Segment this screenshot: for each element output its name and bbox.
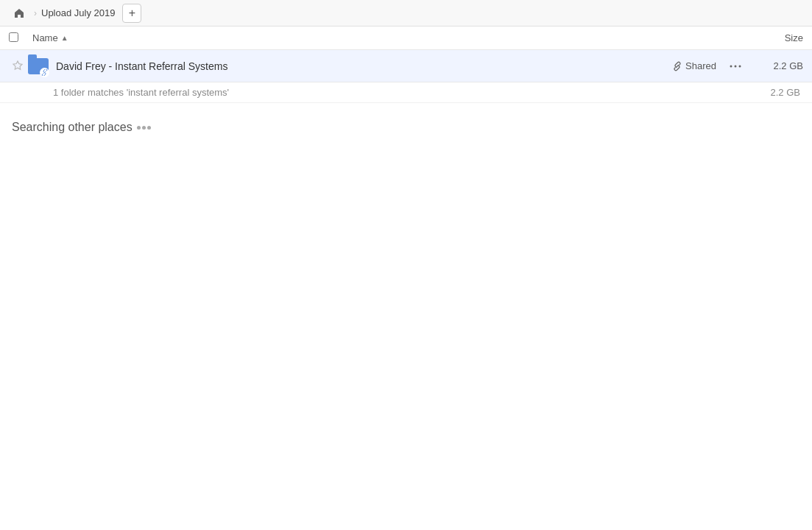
more-icon	[730, 65, 741, 68]
shared-label-text: Shared	[685, 60, 716, 71]
select-all-checkbox[interactable]	[9, 32, 27, 44]
svg-point-1	[735, 65, 737, 67]
column-header: Name ▲ Size	[0, 26, 812, 50]
match-info-row: 1 folder matches 'instant referral syste…	[0, 82, 812, 103]
svg-point-0	[730, 65, 732, 67]
file-name: David Frey - Instant Referral Systems	[56, 60, 672, 72]
dot-2	[142, 126, 146, 130]
sort-indicator: ▲	[61, 34, 68, 42]
home-icon	[13, 7, 25, 19]
file-size: 2.2 GB	[752, 60, 803, 71]
add-button[interactable]: +	[122, 4, 141, 23]
breadcrumb-bar: › Upload July 2019 +	[0, 0, 812, 26]
searching-title: Searching other places	[12, 121, 800, 134]
svg-point-2	[739, 65, 741, 67]
link-icon	[672, 61, 682, 71]
breadcrumb-label: Upload July 2019	[41, 7, 115, 18]
more-options-button[interactable]	[725, 56, 746, 77]
name-column-header[interactable]: Name ▲	[32, 32, 744, 43]
dot-3	[147, 126, 151, 130]
size-column-header[interactable]: Size	[744, 32, 803, 43]
checkbox-input[interactable]	[9, 32, 18, 42]
file-list-row[interactable]: David Frey - Instant Referral Systems Sh…	[0, 50, 812, 82]
searching-title-text: Searching other places	[12, 121, 133, 134]
loading-indicator	[137, 126, 151, 130]
name-label: Name	[32, 32, 58, 43]
folder-icon	[27, 54, 50, 78]
home-button[interactable]	[9, 3, 29, 24]
dot-1	[137, 126, 141, 130]
star-button[interactable]	[9, 57, 27, 75]
match-size: 2.2 GB	[771, 87, 800, 98]
shared-status: Shared	[672, 60, 716, 71]
searching-section: Searching other places	[0, 103, 812, 152]
match-text: 1 folder matches 'instant referral syste…	[53, 87, 229, 98]
star-icon	[12, 60, 24, 72]
folder-link-overlay-icon	[40, 68, 49, 77]
breadcrumb-separator: ›	[34, 8, 37, 18]
